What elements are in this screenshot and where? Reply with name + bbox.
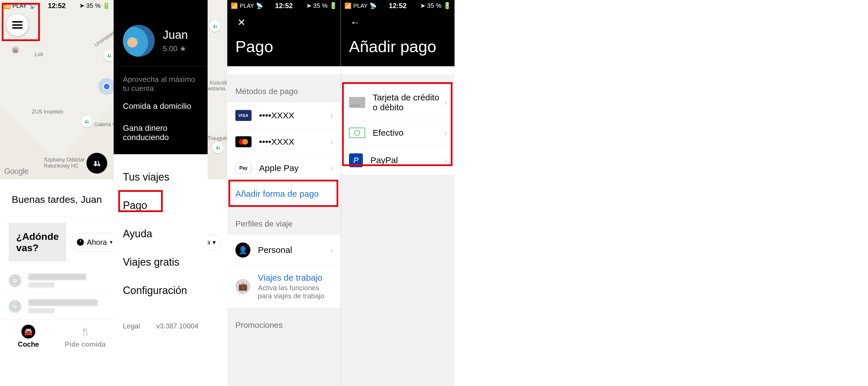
home-sheet: Buenas tardes, Juan ¿Adónde vas? Ahora ▾… (0, 179, 114, 386)
promo-link-drive[interactable]: Gana dinero conduciendo (114, 117, 208, 148)
payment-method-mastercard[interactable]: ••••XXXX › (227, 129, 341, 155)
schedule-button-peek: ra▾ (208, 234, 221, 250)
add-paypal-option[interactable]: P PayPal › (341, 146, 455, 175)
map-poi-label: Szpitalny Oddział Ratunkowy HC (44, 157, 84, 169)
arrow-left-icon: ← (350, 17, 360, 28)
tab-food[interactable]: 🍴 Pide comida (57, 320, 114, 356)
scooter-marker[interactable] (103, 50, 114, 61)
profile-row[interactable]: Juan 5.00 ★ (114, 17, 208, 66)
greeting-text: Buenas tardes, Juan (0, 187, 114, 216)
version-label: v3.387.10004 (156, 322, 198, 330)
chevron-down-icon: ▾ (110, 239, 113, 245)
clock-icon (77, 239, 84, 246)
scooter-marker (212, 142, 224, 153)
drawer-item-payment[interactable]: Pago (114, 191, 208, 219)
drawer-item-settings[interactable]: Configuración (114, 276, 208, 305)
chevron-right-icon: › (330, 137, 333, 147)
recent-location-row[interactable]: 🕘 (0, 268, 114, 293)
scooter-marker[interactable] (81, 116, 93, 127)
applepay-icon: Pay (235, 162, 252, 174)
car-icon: 🚘 (21, 325, 35, 338)
recent-location-row[interactable]: 🕘 (0, 294, 114, 319)
add-payment-method-link[interactable]: Añadir forma de pago (227, 181, 341, 207)
profile-name: Juan (163, 28, 188, 41)
carrier-label: 📶PLAY📡 (3, 2, 36, 9)
close-button[interactable]: ✕ (235, 16, 248, 28)
status-bar: 📶PLAY📡 12:52 ➤35 %🔋 (0, 0, 114, 11)
paypal-icon: P (349, 153, 363, 167)
chevron-right-icon: › (444, 97, 447, 107)
chevron-right-icon: › (330, 111, 333, 120)
chevron-right-icon: › (444, 128, 447, 138)
profile-personal[interactable]: 👤 Personal › (227, 235, 341, 265)
chevron-right-icon: › (444, 155, 447, 165)
page-title: Pago (235, 37, 333, 56)
map-poi-label: Lidl (35, 52, 43, 58)
visa-icon: VISA (235, 110, 252, 121)
tab-car[interactable]: 🚘 Coche (0, 320, 57, 356)
destination-input[interactable]: ¿Adónde vas? (9, 223, 66, 262)
close-icon: ✕ (237, 17, 246, 28)
mastercard-icon (235, 136, 252, 147)
google-logo: Google (4, 167, 28, 176)
section-payment-methods: Métodos de pago (227, 74, 341, 102)
map-poi-label: wstania... (208, 86, 227, 92)
legal-link[interactable]: Legal (123, 322, 140, 330)
status-bar: 📶PLAY📡 12:52 ➤35 %🔋 (341, 0, 455, 11)
cash-icon (349, 128, 365, 138)
status-battery: ➤35 %🔋 (79, 2, 110, 9)
map-poi-label: Kościół (210, 80, 227, 86)
person-icon: 👤 (235, 242, 250, 258)
section-promotions: Promociones (227, 308, 341, 336)
add-card-option[interactable]: Tarjeta de crédito o débito › (341, 85, 455, 120)
schedule-button[interactable]: Ahora ▾ (70, 233, 114, 252)
drawer-item-freetrips[interactable]: Viajes gratis (114, 248, 208, 276)
clock-icon: 🕘 (9, 274, 21, 287)
status-bar: 📶PLAY📡 12:52 ➤35 %🔋 (227, 0, 341, 11)
menu-button[interactable] (6, 14, 28, 36)
section-travel-profiles: Perfiles de viaje (227, 207, 341, 235)
chevron-right-icon: › (330, 245, 333, 255)
card-icon (349, 97, 365, 108)
chevron-right-icon: › (330, 163, 333, 173)
profile-work[interactable]: 💼 Viajes de trabajo Activa las funciones… (227, 265, 341, 308)
profile-rating: 5.00 ★ (163, 44, 188, 53)
map-poi-label: ZUS Inspekto (32, 109, 63, 115)
drawer-item-help[interactable]: Ayuda (114, 219, 208, 248)
status-time: 12:52 (48, 2, 66, 10)
back-button[interactable]: ← (349, 16, 361, 28)
nav-drawer: Juan 5.00 ★ Aprovecha al máximo tu cuent… (114, 0, 208, 386)
page-title: Añadir pago (349, 37, 446, 56)
user-location-dot (98, 78, 114, 95)
add-cash-option[interactable]: Efectivo › (341, 120, 455, 146)
drawer-item-trips[interactable]: Tus viajes (114, 163, 208, 191)
promo-link-food[interactable]: Comida a domicilio (114, 95, 208, 117)
hamburger-icon (12, 21, 23, 29)
map-road-label: Umińskiego (93, 28, 114, 48)
clock-icon: 🕘 (9, 300, 21, 313)
map-poi-label: Galeria Green Point (94, 121, 114, 128)
promo-header: Aprovecha al máximo tu cuenta (114, 66, 208, 95)
avatar (123, 25, 155, 57)
scooter-marker (209, 20, 221, 32)
briefcase-icon: 💼 (235, 279, 250, 294)
map-peek: Kościół wstania... Traugutta (208, 0, 227, 179)
food-icon: 🍴 (79, 325, 92, 338)
payment-method-visa[interactable]: VISA ••••XXXX › (227, 102, 341, 129)
map-road-label: Traugutta (208, 136, 227, 142)
payment-method-applepay[interactable]: Pay Apple Pay › (227, 155, 341, 181)
scooter-mode-button[interactable] (87, 153, 107, 174)
